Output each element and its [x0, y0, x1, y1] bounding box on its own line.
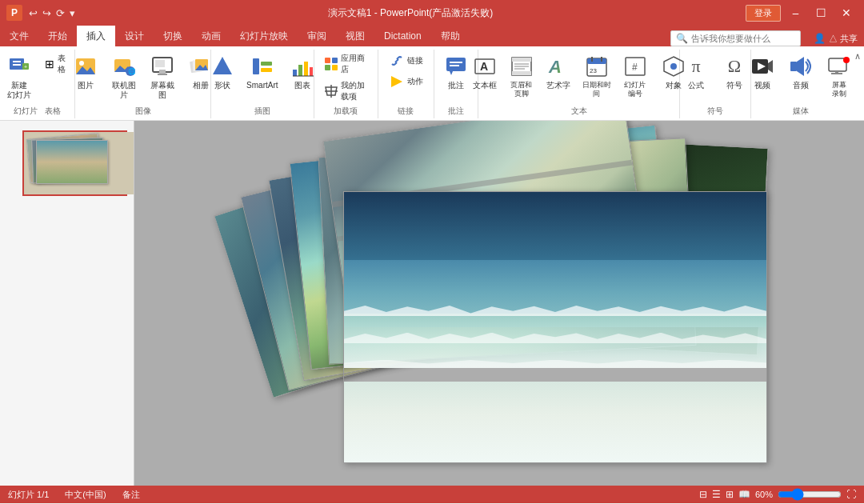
ribbon-collapse-button[interactable]: ∧	[851, 50, 864, 118]
online-image-label: 联机图片	[110, 81, 138, 100]
tab-animation[interactable]: 动画	[192, 26, 230, 46]
tab-file[interactable]: 文件	[0, 26, 38, 46]
app-icon: P	[6, 5, 22, 21]
illustrations-group-label: 插图	[254, 104, 270, 117]
symbol-label: 符号	[726, 81, 742, 90]
wordart-icon: A	[546, 54, 571, 79]
shapes-button[interactable]: 形状	[205, 51, 240, 93]
svg-rect-66	[831, 73, 842, 74]
screenshot-button[interactable]: 屏幕截图	[145, 51, 180, 102]
svg-text:A: A	[548, 57, 562, 77]
tab-help[interactable]: 帮助	[431, 26, 470, 46]
table-icon: ⊞	[43, 56, 55, 72]
hyperlink-button[interactable]: 链接	[386, 51, 426, 70]
addins-group-label: 加载项	[334, 104, 358, 117]
audio-button[interactable]: 音频	[783, 51, 818, 93]
comment-icon	[443, 54, 469, 79]
reading-view-button[interactable]: 📖	[738, 489, 750, 500]
ribbon-group-links: 链接 动作 链接	[378, 50, 434, 118]
header-footer-icon	[509, 54, 534, 79]
minimize-button[interactable]: ‒	[784, 2, 806, 24]
svg-marker-63	[797, 57, 804, 76]
tab-slideshow[interactable]: 幻灯片放映	[230, 26, 298, 46]
slide-thumbnail[interactable]	[22, 130, 127, 196]
textbox-icon: A	[472, 54, 498, 79]
redo-button[interactable]: ↪	[42, 7, 51, 19]
main-area: 1	[0, 121, 864, 486]
notes-button[interactable]: 备注	[122, 489, 140, 501]
tab-view[interactable]: 视图	[336, 26, 374, 46]
datetime-button[interactable]: 23 日期和时间	[579, 51, 614, 101]
search-area: 🔍	[664, 30, 807, 46]
images-group-items: 图片 🌐 联机图片 屏幕截图 相册	[68, 51, 218, 104]
slide-card-main[interactable]	[343, 191, 767, 463]
image-button[interactable]: 图片	[68, 51, 103, 93]
search-input[interactable]	[691, 34, 795, 43]
tab-review[interactable]: 审阅	[298, 26, 336, 46]
refresh-button[interactable]: ⟳	[56, 7, 65, 19]
slides-group-label: 幻灯片 表格	[14, 104, 60, 117]
myaddin-button[interactable]: 我的加载项	[321, 78, 371, 104]
textbox-button[interactable]: A 文本框	[467, 51, 502, 93]
undo-button[interactable]: ↩	[29, 7, 38, 19]
video-icon	[750, 54, 775, 79]
normal-view-button[interactable]: ⊟	[699, 489, 707, 500]
svg-rect-45	[512, 71, 531, 75]
svg-text:+: +	[24, 64, 27, 70]
login-button[interactable]: 登录	[746, 5, 781, 22]
canvas-area	[134, 121, 864, 486]
slideno-button[interactable]: # 幻灯片编号	[618, 51, 653, 101]
svg-rect-30	[332, 58, 338, 63]
tab-design[interactable]: 设计	[115, 26, 154, 46]
datetime-label: 日期和时间	[582, 81, 611, 98]
wordart-button[interactable]: A 艺术字	[541, 51, 576, 93]
svg-rect-23	[261, 68, 272, 72]
equation-button[interactable]: π 公式	[678, 51, 714, 93]
action-icon	[389, 74, 405, 90]
hyperlink-label: 链接	[407, 55, 423, 66]
images-group-label: 图像	[135, 104, 151, 117]
hyperlink-icon	[389, 53, 405, 69]
tab-dictation[interactable]: Dictation	[374, 26, 431, 46]
media-group-label: 媒体	[793, 104, 809, 117]
share-button[interactable]: △ 共享	[829, 33, 858, 45]
search-box[interactable]: 🔍	[670, 30, 801, 46]
svg-text:#: #	[632, 62, 638, 73]
svg-marker-60	[768, 60, 773, 73]
smartart-label: SmartArt	[246, 81, 278, 90]
appstore-button[interactable]: 应用商店	[321, 51, 371, 77]
ribbon-group-illustrations: 形状 SmartArt 图表 插图	[211, 50, 314, 118]
language-indicator: 中文(中国)	[65, 489, 106, 501]
video-button[interactable]: 视频	[745, 51, 780, 93]
fit-slide-button[interactable]: ⛶	[846, 489, 856, 500]
textbox-label: 文本框	[473, 81, 497, 90]
new-slide-button[interactable]: + 新建幻灯片	[2, 51, 37, 102]
tab-insert[interactable]: 插入	[77, 26, 115, 46]
zoom-slider[interactable]	[778, 488, 842, 501]
smartart-button[interactable]: SmartArt	[243, 51, 281, 93]
svg-rect-67	[835, 71, 838, 73]
action-button[interactable]: 动作	[386, 72, 426, 91]
outline-view-button[interactable]: ☰	[712, 489, 721, 500]
svg-text:23: 23	[590, 67, 597, 74]
online-image-button[interactable]: 🌐 联机图片	[106, 51, 142, 102]
text-group-label: 文本	[571, 104, 587, 117]
slide-sorter-button[interactable]: ⊞	[726, 489, 734, 500]
svg-rect-44	[512, 58, 531, 62]
svg-rect-22	[261, 62, 272, 66]
media-group-items: 视频 音频 屏幕录制	[745, 51, 857, 104]
maximize-button[interactable]: ☐	[810, 2, 832, 24]
tab-transition[interactable]: 切换	[154, 26, 192, 46]
new-slide-label: 新建幻灯片	[7, 81, 31, 100]
myaddin-label: 我的加载项	[341, 80, 368, 102]
zoom-level: 60%	[755, 490, 773, 499]
close-button[interactable]: ✕	[835, 2, 858, 24]
customize-qa-button[interactable]: ▾	[70, 7, 75, 19]
user-icon[interactable]: 👤	[814, 33, 826, 44]
video-label: 视频	[754, 81, 770, 90]
svg-text:A: A	[480, 60, 488, 73]
ribbon-tabs: 文件 开始 插入 设计 切换 动画 幻灯片放映 审阅 视图 Dictation …	[0, 26, 864, 46]
tab-home[interactable]: 开始	[38, 26, 77, 46]
svg-rect-26	[304, 62, 308, 76]
header-footer-button[interactable]: 页眉和页脚	[506, 51, 538, 101]
